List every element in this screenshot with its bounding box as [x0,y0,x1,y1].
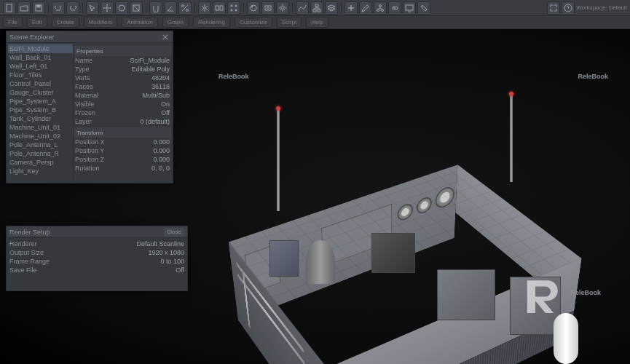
new-file-icon[interactable] [3,1,16,15]
separator [292,3,293,13]
render-setup-panel[interactable]: Render Setup Close RendererDefault Scanl… [6,226,188,291]
svg-rect-19 [313,9,316,12]
main-area: ReleBook ReleBook ReleBook ReleBook Rele… [0,29,630,364]
tank [306,240,335,284]
property-row[interactable]: Position Y0.000 [74,146,171,155]
render-icon[interactable] [261,1,275,15]
select-icon[interactable] [86,1,99,15]
undo-icon[interactable] [52,1,65,15]
scale-icon[interactable] [130,1,143,15]
display-icon[interactable] [403,1,416,15]
separator [48,3,49,13]
panel-title: Render Setup [9,229,50,236]
main-toolbar: Workspace: Default [0,0,630,16]
list-item[interactable]: Light_Key [8,167,73,175]
menu-edit[interactable]: Edit [27,17,47,28]
list-item[interactable]: SciFi_Module [8,44,73,53]
svg-point-10 [235,5,237,7]
modify-icon[interactable] [359,1,372,15]
list-item[interactable]: Wall_Left_01 [8,62,73,71]
svg-point-16 [267,7,269,9]
motion-icon[interactable] [388,1,401,15]
align-icon[interactable] [213,1,226,15]
property-row: MaterialMulti/Sub [74,91,171,100]
list-item[interactable]: Pipe_System_A [8,97,73,106]
property-row[interactable]: Frame Range0 to 100 [8,257,186,266]
menu-customize[interactable]: Customize [235,17,272,28]
list-item[interactable]: Camera_Persp [8,158,73,167]
panel-header[interactable]: Scene Explorer [7,31,173,43]
create-icon[interactable] [344,1,358,15]
list-item[interactable]: Floor_Tiles [8,71,73,79]
percent-snap-icon[interactable] [178,1,192,15]
list-item[interactable]: Tank_Cylinder [8,114,73,123]
property-row[interactable]: Position Z0.000 [74,155,171,164]
property-row[interactable]: RendererDefault Scanline [8,240,186,248]
material-icon[interactable] [247,1,260,15]
property-row: Faces36118 [74,82,171,91]
angle-snap-icon[interactable] [164,1,177,15]
property-row: Verts48204 [74,74,171,82]
menu-bar: File Edit Create Modifiers Animation Gra… [0,16,630,29]
watermark: ReleBook [218,73,249,80]
layers-icon[interactable] [325,1,338,15]
svg-rect-2 [37,5,40,7]
menu-file[interactable]: File [3,17,23,28]
help-icon[interactable] [562,1,575,15]
property-row[interactable]: Save FileOff [8,266,186,274]
open-file-icon[interactable] [17,1,31,15]
property-list: Properties NameSciFi_ModuleTypeEditable … [74,44,171,181]
menu-script[interactable]: Script [277,17,302,28]
rotate-icon[interactable] [115,1,128,15]
list-item[interactable]: Gauge_Cluster [8,88,73,97]
save-icon[interactable] [32,1,45,15]
array-icon[interactable] [227,1,240,15]
menu-create[interactable]: Create [52,17,79,28]
curve-editor-icon[interactable] [296,1,309,15]
property-row[interactable]: Rotation0, 0, 0 [74,164,171,173]
svg-point-23 [382,9,384,11]
svg-point-21 [379,4,382,7]
close-button[interactable]: Close [164,228,184,237]
scene-explorer-panel[interactable]: Scene Explorer SciFi_ModuleWall_Back_01W… [6,31,173,183]
redo-icon[interactable] [66,1,79,15]
list-item[interactable]: Machine_Unit_02 [8,132,73,141]
snap-icon[interactable] [149,1,162,15]
schematic-icon[interactable] [310,1,323,15]
separator [194,3,195,13]
property-row: VisibleOn [74,100,171,108]
menu-modifiers[interactable]: Modifiers [84,17,117,28]
move-icon[interactable] [101,1,114,15]
property-row: Layer0 (default) [74,117,171,126]
hierarchy-icon[interactable] [374,1,387,15]
svg-point-12 [235,9,237,11]
property-row: TypeEditable Poly [74,65,171,74]
separator [82,3,83,13]
menu-animation[interactable]: Animation [122,17,158,28]
menu-help[interactable]: Help [306,17,328,28]
panel-header[interactable]: Render Setup Close [7,226,187,238]
mirror-icon[interactable] [198,1,211,15]
list-item[interactable]: Wall_Back_01 [8,53,73,62]
svg-rect-7 [216,6,218,10]
list-item[interactable]: Pipe_System_B [8,106,73,114]
viewport-max-icon[interactable] [547,1,560,15]
viewport-3d[interactable]: ReleBook ReleBook ReleBook ReleBook Rele… [0,29,630,364]
list-item[interactable]: Control_Panel [8,79,73,88]
section-header: Transform [74,127,171,138]
menu-rendering[interactable]: Rendering [193,17,230,28]
list-item[interactable]: Pole_Antenna_R [8,149,73,158]
menu-graph[interactable]: Graph [162,17,189,28]
object-list[interactable]: SciFi_ModuleWall_Back_01Wall_Left_01Floo… [8,44,74,181]
render-setup-icon[interactable] [276,1,289,15]
list-item[interactable]: Pole_Antenna_L [8,141,73,149]
close-icon[interactable] [161,33,170,41]
workspace-label: Workspace: Default [576,4,627,11]
antenna-light [509,92,513,96]
property-row[interactable]: Output Size1920 x 1080 [8,248,186,257]
svg-point-24 [395,7,398,9]
property-row[interactable]: Position X0.000 [74,138,171,146]
utilities-icon[interactable] [417,1,430,15]
list-item[interactable]: Machine_Unit_01 [8,123,73,132]
separator [146,3,146,13]
